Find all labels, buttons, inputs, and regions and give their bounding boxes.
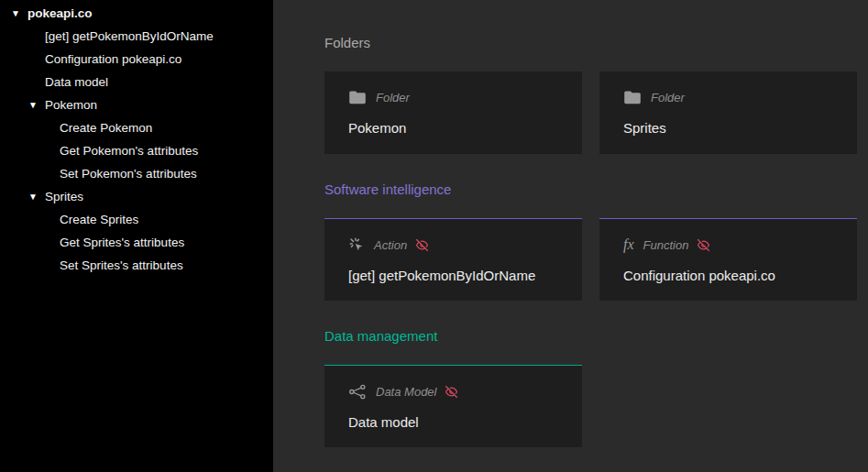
section-title: Software intelligence <box>324 181 868 197</box>
chevron-down-icon[interactable]: ▼ <box>11 9 21 18</box>
tree-item-sprites-folder[interactable]: ▼ Sprites <box>0 185 273 208</box>
tree-item-get-sprites-attrs[interactable]: Get Sprites's attributes <box>0 231 273 254</box>
card-folder-pokemon[interactable]: Folder Pokemon <box>324 71 582 154</box>
eye-slash-icon <box>415 239 429 251</box>
tree-item-label: Pokemon <box>45 98 97 112</box>
tree-item-create-sprites[interactable]: Create Sprites <box>0 208 273 231</box>
card-type-label: Data Model <box>376 385 436 399</box>
card-data-model[interactable]: Data Model Data model <box>324 365 582 447</box>
card-type-label: Action <box>374 238 407 252</box>
tree-item-set-pokemon-attrs[interactable]: Set Pokemon's attributes <box>0 162 273 185</box>
tree-item-label: pokeapi.co <box>27 6 93 20</box>
project-tree-sidebar: ▼ pokeapi.co [get] getPokemonByIdOrName … <box>0 0 273 472</box>
chevron-down-icon[interactable]: ▼ <box>28 101 38 110</box>
eye-slash-icon <box>697 239 710 251</box>
tree-item-label: Sprites <box>45 190 83 203</box>
function-icon: fx <box>623 236 634 253</box>
tree-item-pokemon-folder[interactable]: ▼ Pokemon <box>0 93 273 116</box>
card-type-label: Function <box>643 238 689 252</box>
content-panel: Folders Folder Pokemon Folder Sp <box>273 0 868 472</box>
tree-item-get-pokemon-attrs[interactable]: Get Pokemon's attributes <box>0 139 273 162</box>
card-type-label: Folder <box>651 91 685 104</box>
card-action-get-pokemon[interactable]: Action [get] getPokemonByIdOrName <box>324 218 582 301</box>
section-folders: Folders Folder Pokemon Folder Sp <box>324 35 868 154</box>
section-title: Folders <box>324 35 868 50</box>
card-function-configuration[interactable]: fx Function Configuration pokeapi.co <box>599 218 857 301</box>
card-title: Data model <box>348 414 582 430</box>
section-data-management: Data management Data Model <box>324 328 868 447</box>
tree-item-label: Data model <box>45 75 108 89</box>
folder-icon <box>623 90 642 104</box>
tree-item-label: [get] getPokemonByIdOrName <box>45 29 214 43</box>
tree-item-get-pokemon[interactable]: [get] getPokemonByIdOrName <box>0 25 273 48</box>
tree-item-configuration[interactable]: Configuration pokeapi.co <box>0 48 273 71</box>
tree-item-label: Set Sprites's attributes <box>60 258 183 272</box>
card-folder-sprites[interactable]: Folder Sprites <box>599 71 857 154</box>
action-icon <box>348 236 365 253</box>
tree-item-label: Create Pokemon <box>60 121 152 135</box>
tree-item-set-sprites-attrs[interactable]: Set Sprites's attributes <box>0 254 273 277</box>
card-title: Pokemon <box>348 120 582 136</box>
tree-item-label: Set Pokemon's attributes <box>60 167 197 181</box>
tree-item-root-pokeapi[interactable]: ▼ pokeapi.co <box>0 2 273 25</box>
data-model-icon <box>348 384 367 400</box>
section-title: Data management <box>324 328 868 344</box>
tree-item-create-pokemon[interactable]: Create Pokemon <box>0 116 273 139</box>
card-title: [get] getPokemonByIdOrName <box>348 268 582 283</box>
card-title: Configuration pokeapi.co <box>623 268 857 283</box>
card-type-label: Folder <box>376 91 410 104</box>
section-software-intelligence: Software intelligence Action <box>324 181 868 301</box>
tree-item-label: Get Pokemon's attributes <box>60 144 198 158</box>
tree-item-label: Create Sprites <box>60 213 138 226</box>
tree-item-label: Configuration pokeapi.co <box>45 52 181 66</box>
tree-item-data-model[interactable]: Data model <box>0 71 273 93</box>
chevron-down-icon[interactable]: ▼ <box>28 192 38 202</box>
eye-slash-icon <box>445 386 458 398</box>
tree-item-label: Get Sprites's attributes <box>60 236 184 249</box>
folder-icon <box>348 90 367 104</box>
card-title: Sprites <box>623 120 857 136</box>
